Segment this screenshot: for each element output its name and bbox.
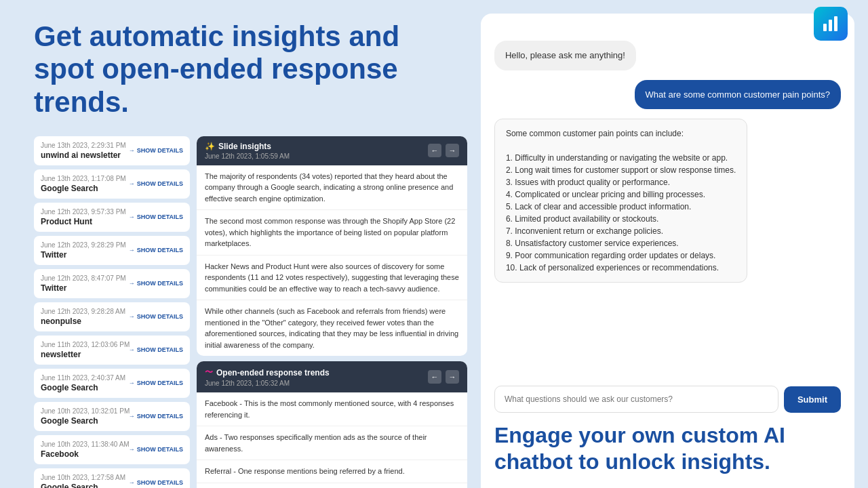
list-item: June 12th 2023, 9:57:33 PM Product Hunt … xyxy=(34,203,190,232)
list-item: June 13th 2023, 1:17:08 PM Google Search… xyxy=(34,169,190,199)
bottom-tagline: Engage your own custom AI chatbot to unl… xyxy=(494,422,841,474)
show-details-btn[interactable]: SHOW DETAILS xyxy=(129,380,183,386)
response-list: June 13th 2023, 2:29:31 PM unwind ai new… xyxy=(34,136,190,488)
trends-nav: ← → xyxy=(428,370,459,384)
slide-insights-header: ✨ Slide insights June 12th 2023, 1:05:59… xyxy=(197,136,467,165)
response-bubble: Some common customer pain points can inc… xyxy=(494,119,747,283)
insights-panel: ✨ Slide insights June 12th 2023, 1:05:59… xyxy=(197,136,467,488)
greeting-bubble: Hello, please ask me anything! xyxy=(494,41,636,70)
list-item: June 12th 2023, 9:28:28 AM neonpulse SHO… xyxy=(34,302,190,331)
slide-prev-btn[interactable]: ← xyxy=(428,144,441,157)
show-details-btn[interactable]: SHOW DETAILS xyxy=(129,479,183,486)
chat-input-area: Submit xyxy=(494,386,841,413)
chat-input[interactable] xyxy=(494,386,778,413)
trends-prev-btn[interactable]: ← xyxy=(428,370,441,384)
slide-insights-body: The majority of respondents (34 votes) r… xyxy=(197,165,467,357)
trend-text: Referral - One response mentions being r… xyxy=(197,460,467,483)
show-details-btn[interactable]: SHOW DETAILS xyxy=(129,147,183,154)
chat-panel: Hello, please ask me anything! What are … xyxy=(481,14,854,488)
svg-rect-0 xyxy=(823,24,827,31)
show-details-btn[interactable]: SHOW DETAILS xyxy=(129,214,183,220)
slide-insights-title: ✨ Slide insights xyxy=(205,142,290,151)
main-headline: Get automatic insights and spot open-end… xyxy=(34,20,467,119)
slide-insights-card: ✨ Slide insights June 12th 2023, 1:05:59… xyxy=(197,136,467,357)
show-details-btn[interactable]: SHOW DETAILS xyxy=(129,180,183,187)
insight-text: The majority of respondents (34 votes) r… xyxy=(197,165,467,211)
submit-button[interactable]: Submit xyxy=(784,386,841,413)
left-panel: Get automatic insights and spot open-end… xyxy=(0,0,481,488)
list-item: June 10th 2023, 10:32:01 PM Google Searc… xyxy=(34,402,190,431)
svg-rect-1 xyxy=(829,20,832,31)
show-details-btn[interactable]: SHOW DETAILS xyxy=(129,346,183,353)
insight-text: Hacker News and Product Hunt were also s… xyxy=(197,256,467,301)
list-item: June 10th 2023, 1:27:58 AM Google Search… xyxy=(34,468,190,488)
user-question-bubble: What are some common customer pain point… xyxy=(635,80,841,110)
trend-text: Facebook - This is the most commonly men… xyxy=(197,392,467,426)
list-item: June 12th 2023, 9:28:29 PM Twitter SHOW … xyxy=(34,236,190,265)
trend-text: Ads - Two responses specifically mention… xyxy=(197,426,467,460)
trends-body: Facebook - This is the most commonly men… xyxy=(197,392,467,488)
list-item: June 10th 2023, 11:38:40 AM Facebook SHO… xyxy=(34,435,190,464)
trends-header-left: 〜 Open-ended response trends June 12th 2… xyxy=(205,367,330,387)
list-item: June 12th 2023, 8:47:07 PM Twitter SHOW … xyxy=(34,269,190,298)
logo-icon xyxy=(821,14,840,33)
show-details-btn[interactable]: SHOW DETAILS xyxy=(129,413,183,420)
trends-date: June 12th 2023, 1:05:32 AM xyxy=(205,380,330,387)
trend-text: Newsletter - One response mentions heari… xyxy=(197,483,467,488)
show-details-btn[interactable]: SHOW DETAILS xyxy=(129,446,183,453)
insight-text: While other channels (such as Facebook a… xyxy=(197,300,467,356)
trends-next-btn[interactable]: → xyxy=(446,370,459,384)
trend-icon: 〜 xyxy=(205,367,213,378)
open-ended-trends-card: 〜 Open-ended response trends June 12th 2… xyxy=(197,361,467,488)
slide-insights-nav: ← → xyxy=(428,144,459,157)
slide-icon: ✨ xyxy=(205,142,215,151)
slide-next-btn[interactable]: → xyxy=(446,144,459,157)
svg-rect-2 xyxy=(834,16,837,31)
trends-title: 〜 Open-ended response trends xyxy=(205,367,330,378)
slide-insights-date: June 12th 2023, 1:05:59 AM xyxy=(205,152,290,160)
show-details-btn[interactable]: SHOW DETAILS xyxy=(129,313,183,320)
chat-messages: Hello, please ask me anything! What are … xyxy=(494,27,841,375)
list-item: June 11th 2023, 2:40:37 AM Google Search… xyxy=(34,369,190,398)
show-details-btn[interactable]: SHOW DETAILS xyxy=(129,247,183,253)
show-details-btn[interactable]: SHOW DETAILS xyxy=(129,280,183,287)
logo-badge xyxy=(814,7,848,41)
list-item: June 11th 2023, 12:03:06 PM newsletter S… xyxy=(34,336,190,365)
insight-text: The second most common response was thro… xyxy=(197,210,467,256)
trends-header: 〜 Open-ended response trends June 12th 2… xyxy=(197,361,467,392)
content-area: June 13th 2023, 2:29:31 PM unwind ai new… xyxy=(34,136,467,488)
list-item: June 13th 2023, 2:29:31 PM unwind ai new… xyxy=(34,136,190,165)
slide-insights-header-left: ✨ Slide insights June 12th 2023, 1:05:59… xyxy=(205,142,290,160)
